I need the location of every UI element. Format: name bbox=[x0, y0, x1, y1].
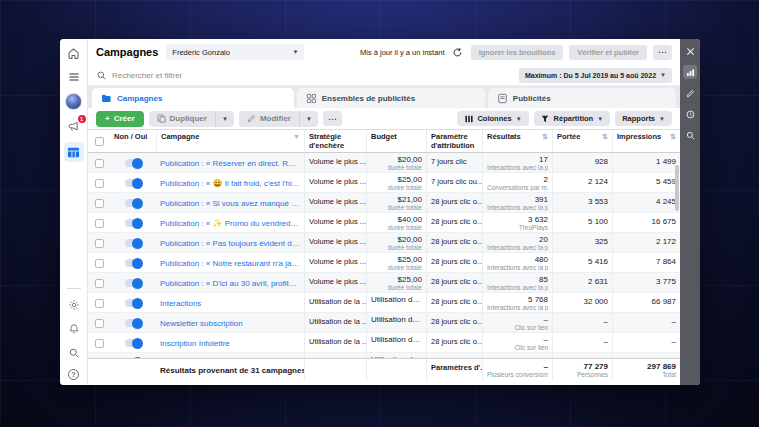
select-all-checkbox[interactable] bbox=[95, 137, 104, 146]
close-icon[interactable] bbox=[683, 44, 697, 58]
cell-budget: $25,00 durée totale bbox=[366, 173, 426, 193]
campaign-name-link[interactable]: Publication : « Si vous avez manqué l'ar… bbox=[160, 199, 300, 208]
nav-divider bbox=[67, 288, 81, 289]
account-selector[interactable]: Frederic Gonzalo ▼ bbox=[166, 44, 304, 60]
table-row[interactable]: Publication : « Pas toujours évident de … bbox=[88, 233, 680, 253]
gear-icon[interactable] bbox=[66, 297, 82, 313]
chart-icon[interactable] bbox=[683, 65, 697, 79]
megaphone-icon[interactable]: 1 bbox=[66, 118, 82, 134]
column-status[interactable]: Non / Oui bbox=[110, 130, 156, 152]
footer-impressions: 297 869 bbox=[617, 362, 676, 371]
campaign-active-toggle[interactable] bbox=[125, 239, 142, 247]
campaign-active-toggle[interactable] bbox=[125, 179, 142, 187]
campaign-name-link[interactable]: Publication : « D'ici au 30 avril, profi… bbox=[160, 279, 300, 288]
date-range-label: Maximum : Du 5 Jul 2019 au 5 aoû 2022 bbox=[525, 72, 656, 79]
row-checkbox[interactable] bbox=[95, 199, 104, 208]
table-row[interactable]: Interactions Utilisation de la ... Utili… bbox=[88, 293, 680, 313]
table-row[interactable]: Publication : « 😄 Il fait froid, c'est l… bbox=[88, 173, 680, 193]
campaign-active-toggle[interactable] bbox=[125, 159, 142, 167]
row-checkbox[interactable] bbox=[95, 219, 104, 228]
campaign-name-link[interactable]: Publication : « ✨ Promo du vendredi fou … bbox=[160, 219, 300, 228]
campaign-active-toggle[interactable] bbox=[125, 279, 142, 287]
review-publish-button[interactable]: Vérifier et publier bbox=[569, 45, 647, 60]
tab-publicites[interactable]: Publicités bbox=[488, 88, 676, 108]
create-button[interactable]: + Créer bbox=[96, 111, 144, 127]
table-row[interactable]: Inscription Infolettre Utilisation de la… bbox=[88, 333, 680, 353]
sort-icon[interactable]: ⇅ bbox=[602, 133, 608, 152]
avatar[interactable] bbox=[65, 93, 82, 110]
row-checkbox[interactable] bbox=[95, 279, 104, 288]
table-row[interactable]: Publication : « D'ici au 30 avril, profi… bbox=[88, 273, 680, 293]
row-checkbox[interactable] bbox=[95, 319, 104, 328]
menu-icon[interactable] bbox=[66, 69, 82, 85]
clock-icon[interactable] bbox=[683, 107, 697, 121]
sort-icon[interactable]: ⇅ bbox=[542, 133, 548, 152]
campaign-name-link[interactable]: Publication : « 😄 Il fait froid, c'est l… bbox=[160, 179, 300, 188]
duplicate-dropdown[interactable]: ▼ bbox=[215, 111, 234, 127]
column-budget[interactable]: Budget bbox=[366, 130, 426, 152]
campaign-name-link[interactable]: Interactions bbox=[160, 299, 201, 308]
home-icon[interactable] bbox=[66, 45, 82, 61]
vertical-scrollbar[interactable] bbox=[675, 165, 679, 211]
row-checkbox[interactable] bbox=[95, 239, 104, 248]
bell-icon[interactable] bbox=[66, 321, 82, 337]
zoom-icon[interactable] bbox=[683, 128, 697, 142]
table-row[interactable]: Publication : « ✨ Promo du vendredi fou … bbox=[88, 213, 680, 233]
row-checkbox[interactable] bbox=[95, 159, 104, 168]
chevron-down-icon: ▼ bbox=[597, 116, 603, 122]
column-impressions[interactable]: Impressions⇅ bbox=[612, 130, 680, 152]
help-icon[interactable]: ? bbox=[68, 369, 79, 380]
cell-impressions: 1 499 bbox=[612, 153, 680, 173]
updated-status: Mis à jour il y a un instant bbox=[360, 48, 445, 57]
campaign-active-toggle[interactable] bbox=[125, 299, 142, 307]
pencil-icon bbox=[247, 114, 256, 123]
cell-bid-strategy: Volume le plus ... bbox=[304, 173, 366, 193]
column-bid-strategy[interactable]: Stratégie d'enchère bbox=[304, 130, 366, 152]
campaign-active-toggle[interactable] bbox=[125, 199, 142, 207]
refresh-icon[interactable] bbox=[451, 45, 465, 59]
date-range-selector[interactable]: Maximum : Du 5 Jul 2019 au 5 aoû 2022 ▼ bbox=[519, 68, 672, 83]
campaign-active-toggle[interactable] bbox=[125, 219, 142, 227]
campaign-active-toggle[interactable] bbox=[125, 319, 142, 327]
reports-button[interactable]: Rapports ▼ bbox=[615, 111, 672, 126]
breakdown-button[interactable]: Répartition ▼ bbox=[534, 111, 611, 126]
row-checkbox[interactable] bbox=[95, 179, 104, 188]
campaign-active-toggle[interactable] bbox=[125, 259, 142, 267]
table-row[interactable]: Publication : « Si vous avez manqué l'ar… bbox=[88, 193, 680, 213]
more-options-icon[interactable]: ⋯ bbox=[653, 45, 672, 60]
campaign-active-toggle[interactable] bbox=[125, 339, 142, 347]
sort-icon[interactable]: ⇅ bbox=[670, 133, 676, 152]
table-row[interactable]: Newsletter subscription Utilisation de l… bbox=[88, 313, 680, 333]
toolbar-more-icon[interactable]: ⋯ bbox=[323, 111, 342, 126]
cell-budget: $21,00 durée totale bbox=[366, 193, 426, 213]
duplicate-button[interactable]: Dupliquer bbox=[149, 111, 215, 127]
column-results[interactable]: Résultats⇅ bbox=[482, 130, 552, 152]
search-nav-icon[interactable] bbox=[66, 345, 82, 361]
campaigns-table-icon[interactable] bbox=[64, 142, 84, 162]
edit-dropdown[interactable]: ▼ bbox=[299, 111, 318, 127]
row-checkbox[interactable] bbox=[95, 299, 104, 308]
edit-button[interactable]: Modifier bbox=[239, 111, 299, 127]
campaign-name-link[interactable]: Publication : « Pas toujours évident de … bbox=[160, 239, 300, 248]
search-input[interactable] bbox=[112, 71, 514, 80]
campaign-name-link[interactable]: Publication : « Réserver en direct. Rédi… bbox=[160, 159, 300, 168]
cell-attribution: 7 jours clic ou... bbox=[426, 173, 482, 193]
columns-button[interactable]: Colonnes ▼ bbox=[457, 111, 528, 126]
row-checkbox[interactable] bbox=[95, 259, 104, 268]
sort-icon[interactable]: ▼ bbox=[293, 133, 300, 152]
campaign-name-link[interactable]: Publication : « Notre restaurant n'a jam… bbox=[160, 259, 300, 268]
table-row[interactable]: Publication : « Réserver en direct. Rédi… bbox=[88, 153, 680, 173]
column-attribution[interactable]: Paramètre d'attribution bbox=[426, 130, 482, 152]
row-checkbox[interactable] bbox=[95, 339, 104, 348]
column-reach[interactable]: Portée⇅ bbox=[552, 130, 612, 152]
footer-results: – bbox=[487, 362, 548, 371]
tab-ensembles-de-publicites[interactable]: Ensembles de publicités bbox=[297, 88, 485, 108]
cell-bid-strategy: Utilisation de la ... bbox=[304, 333, 366, 353]
tab-campagnes[interactable]: Campagnes bbox=[92, 88, 294, 108]
campaign-name-link[interactable]: Inscription Infolettre bbox=[160, 339, 230, 348]
pencil-annotate-icon[interactable] bbox=[683, 86, 697, 100]
campaign-name-link[interactable]: Newsletter subscription bbox=[160, 319, 243, 328]
column-campaign[interactable]: Campagne▼ bbox=[156, 130, 304, 152]
table-row[interactable]: Publication : « Notre restaurant n'a jam… bbox=[88, 253, 680, 273]
discard-drafts-button[interactable]: Ignorer les brouillons bbox=[471, 45, 564, 60]
